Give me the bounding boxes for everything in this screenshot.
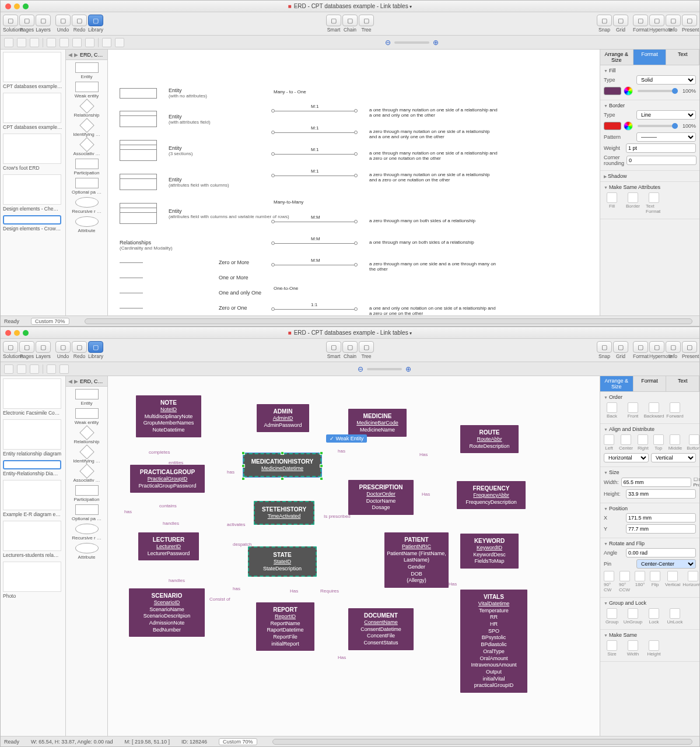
size-button[interactable]: Size — [604, 640, 620, 657]
section-shadow[interactable]: Shadow — [604, 173, 696, 179]
entity-scenario[interactable]: SCENARIOScenarioIDScenarioNameScenarioDe… — [129, 588, 205, 637]
tool-ellipse[interactable] — [60, 38, 69, 47]
info-button[interactable]: ▢ — [666, 15, 681, 26]
layers-button[interactable]: ▢ — [36, 15, 51, 26]
fill-type-select[interactable]: Solid — [636, 75, 696, 85]
zoom-icon[interactable] — [23, 330, 29, 336]
nav-fwd-icon[interactable]: ▶ — [74, 378, 78, 384]
section-make-same[interactable]: Make Same — [604, 632, 696, 638]
snap-button[interactable]: ▢ — [597, 15, 612, 26]
section-rotate[interactable]: Rotate and Flip — [604, 541, 696, 546]
lib-item[interactable]: Identifying … — [68, 447, 105, 464]
lib-breadcrumb[interactable]: ERD, C… — [80, 378, 103, 384]
left-button[interactable]: Left — [604, 434, 614, 451]
thumbnail[interactable] — [3, 215, 61, 225]
tool-arrow[interactable] — [4, 364, 13, 374]
tool-hand[interactable] — [17, 364, 26, 374]
h-scrollbar[interactable] — [272, 739, 692, 745]
align-v-select[interactable]: Vertical — [651, 453, 696, 462]
nav-back-icon[interactable]: ◀ — [68, 52, 72, 58]
close-icon[interactable] — [5, 330, 11, 336]
tool-ellipse[interactable] — [60, 364, 69, 374]
lib-item[interactable]: Optional pa … — [68, 178, 105, 195]
entity-vitals[interactable]: VITALSVitalDatetimeTemperatureRRHRSPOBPs… — [460, 590, 527, 693]
border-pattern-select[interactable]: ——— — [636, 132, 696, 142]
tool-arrow[interactable] — [4, 38, 13, 47]
border-button[interactable]: Border — [625, 192, 641, 214]
vertical-button[interactable]: Vertical — [665, 571, 680, 592]
zoom-in-icon[interactable]: ⊕ — [433, 38, 439, 47]
zoom-icon[interactable] — [23, 3, 29, 9]
front-button[interactable]: Front — [625, 402, 641, 419]
thumbnail[interactable] — [3, 52, 61, 82]
thumbnail[interactable] — [3, 521, 61, 551]
lock-button[interactable]: Lock — [646, 608, 662, 625]
canvas[interactable]: Entity(with no attributes)Entity(with at… — [108, 50, 600, 315]
tool-rect[interactable] — [47, 364, 56, 374]
height-input[interactable] — [626, 489, 696, 499]
chain-button[interactable]: ▢ — [342, 341, 358, 353]
canvas[interactable]: NOTENoteIDMultidisciplinaryNoteGropuMemb… — [108, 376, 600, 736]
smart-button[interactable]: ▢ — [326, 341, 341, 353]
section-group[interactable]: Group and Lock — [604, 600, 696, 606]
back-button[interactable]: Back — [604, 402, 620, 419]
present-button[interactable]: ▢ — [682, 15, 697, 26]
minimize-icon[interactable] — [14, 330, 20, 336]
thumbnail[interactable] — [3, 480, 61, 510]
tool-text[interactable] — [30, 364, 39, 374]
close-icon[interactable] — [5, 3, 11, 9]
tool-curve[interactable] — [85, 38, 94, 47]
thumbnail[interactable] — [3, 93, 61, 123]
section-border[interactable]: Border — [604, 103, 696, 108]
entity-note[interactable]: NOTENoteIDMultidisciplinaryNoteGropuMemb… — [136, 395, 201, 437]
entity-stetehist[interactable]: STETEHISTORYTimeActivated — [254, 501, 314, 525]
chain-button[interactable]: ▢ — [342, 15, 358, 26]
pages-button[interactable]: ▢ — [19, 15, 34, 26]
tool-line[interactable] — [72, 38, 82, 47]
present-button[interactable]: ▢ — [682, 341, 697, 353]
lib-item[interactable]: Attribute — [68, 216, 105, 233]
hypernote-button[interactable]: ▢ — [649, 341, 664, 353]
redo-button[interactable]: ▢ — [72, 341, 87, 353]
flip-button[interactable]: Flip — [650, 571, 660, 592]
solutions-button[interactable]: ▢ — [3, 341, 18, 353]
forward-button[interactable]: Forward — [667, 402, 683, 419]
angle-input[interactable] — [626, 548, 696, 557]
section-size[interactable]: Size — [604, 469, 696, 475]
zoom-slider[interactable] — [394, 41, 429, 44]
pages-button[interactable]: ▢ — [19, 341, 34, 353]
middle-button[interactable]: Middle — [668, 434, 682, 451]
x-input[interactable] — [626, 513, 696, 522]
tool-align[interactable] — [102, 38, 111, 47]
thumbnail[interactable] — [3, 562, 61, 592]
entity-practical[interactable]: PRACTICALGROUPPracticalGroupIDPracticalG… — [130, 465, 205, 493]
color-picker-icon[interactable] — [624, 86, 633, 96]
hypernote-button[interactable]: ▢ — [649, 15, 664, 26]
tree-button[interactable]: ▢ — [359, 341, 374, 353]
lib-item[interactable]: Relationship — [68, 101, 105, 118]
section-fill[interactable]: Fill — [604, 68, 696, 73]
undo-button[interactable]: ▢ — [55, 15, 71, 26]
zoom-display[interactable]: Custom 70% — [219, 738, 257, 745]
bottom-button[interactable]: Bottom — [687, 434, 699, 451]
thumbnail[interactable] — [3, 134, 61, 164]
lib-item[interactable]: Entity — [68, 389, 105, 406]
tab-arrange[interactable]: Arrange & Size — [600, 376, 634, 391]
align-h-select[interactable]: Horizontal — [604, 453, 649, 462]
lib-breadcrumb[interactable]: ERD, C… — [80, 52, 103, 58]
thumbnail[interactable] — [3, 460, 61, 469]
height-button[interactable]: Height — [646, 640, 662, 657]
thumbnail[interactable] — [3, 174, 61, 205]
center-button[interactable]: Center — [619, 434, 633, 451]
lib-item[interactable]: Recursive r … — [68, 524, 105, 541]
tool-text[interactable] — [30, 38, 39, 47]
lib-item[interactable]: Weak entity — [68, 82, 105, 99]
lib-item[interactable]: Attribute — [68, 543, 105, 560]
library-button[interactable]: ▢ — [88, 15, 103, 26]
lib-item[interactable]: Participation — [68, 485, 105, 502]
entity-state[interactable]: STATEStateIDStateDescription — [248, 546, 317, 577]
tool-rect[interactable] — [47, 38, 56, 47]
fill-opacity-slider[interactable] — [638, 90, 678, 92]
nav-fwd-icon[interactable]: ▶ — [74, 52, 78, 58]
entity-medicine[interactable]: MEDICINEMedicineBarCodeMedicineName — [348, 409, 407, 437]
